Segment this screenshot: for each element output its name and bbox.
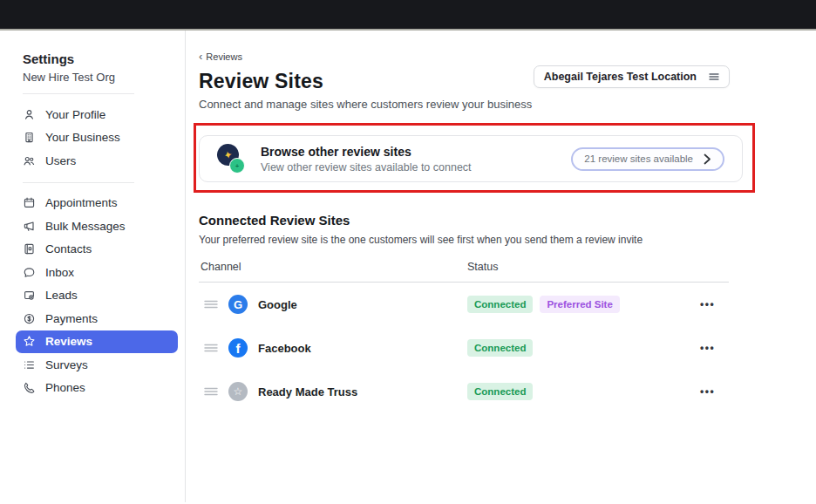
table-header: Channel Status	[199, 261, 729, 283]
sidebar-item-leads[interactable]: Leads	[16, 284, 178, 308]
connected-badge: Connected	[467, 339, 533, 357]
ready-made-truss-icon: ☆	[228, 382, 248, 401]
breadcrumb[interactable]: ‹ Reviews	[199, 50, 816, 63]
location-button-label: Abegail Tejares Test Location	[544, 71, 697, 83]
sidebar-item-label: Phones	[45, 381, 85, 394]
chevron-left-icon: ‹	[199, 50, 202, 63]
connected-sites-title: Connected Review Sites	[199, 213, 816, 228]
green-count-badge-icon: +	[229, 158, 245, 174]
sidebar-title: Settings	[23, 51, 178, 66]
dollar-circle-icon	[23, 312, 36, 325]
row-options-menu-icon[interactable]: •••	[700, 298, 715, 310]
sidebar-item-label: Bulk Messages	[45, 220, 126, 233]
lead-card-icon	[23, 289, 36, 302]
sidebar-item-payments[interactable]: Payments	[16, 307, 178, 330]
sidebar-item-bulk-messages[interactable]: Bulk Messages	[16, 215, 178, 238]
chevron-right-icon	[704, 153, 711, 165]
sidebar-item-label: Payments	[45, 312, 98, 325]
sidebar-divider	[23, 93, 134, 94]
sidebar-item-your-business[interactable]: Your Business	[16, 126, 178, 150]
banner-title: Browse other review sites	[261, 145, 472, 159]
sidebar-item-reviews[interactable]: Reviews	[16, 330, 178, 354]
menu-lines-icon	[709, 72, 719, 81]
sidebar-item-contacts[interactable]: Contacts	[16, 238, 178, 262]
cta-label: 21 review sites available	[584, 153, 693, 164]
user-icon	[23, 108, 36, 121]
site-name: Ready Made Truss	[258, 385, 357, 398]
review-sites-page: ‹ Reviews Review Sites Connect and manag…	[186, 31, 816, 502]
sidebar-item-surveys[interactable]: Surveys	[16, 353, 178, 377]
column-header-status: Status	[467, 261, 498, 273]
sidebar-item-label: Your Profile	[45, 108, 105, 121]
review-sites-cluster-icon: ✦ +	[217, 144, 247, 174]
top-black-bar	[0, 0, 816, 31]
connected-badge: Connected	[467, 383, 533, 400]
sidebar-item-appointments[interactable]: Appointments	[16, 192, 178, 215]
sidebar-item-users[interactable]: Users	[16, 149, 178, 173]
table-row-google: G Google Connected Preferred Site •••	[199, 283, 729, 326]
drag-handle-icon[interactable]	[204, 343, 218, 353]
google-icon: G	[228, 295, 248, 314]
drag-handle-icon[interactable]	[204, 386, 218, 397]
megaphone-icon	[23, 220, 36, 233]
table-row-ready-made-truss: ☆ Ready Made Truss Connected •••	[199, 370, 729, 413]
contact-book-icon	[23, 242, 36, 255]
connected-sites-table: Channel Status G Google Connected Prefer…	[199, 261, 729, 413]
red-annotation-box: ✦ + Browse other review sites View other…	[194, 123, 755, 193]
browse-review-sites-banner[interactable]: ✦ + Browse other review sites View other…	[199, 135, 743, 182]
drag-handle-icon[interactable]	[204, 299, 218, 310]
phone-icon	[23, 381, 36, 394]
sidebar-divider	[23, 182, 134, 183]
breadcrumb-label: Reviews	[206, 51, 242, 62]
list-icon	[23, 358, 36, 371]
banner-text: Browse other review sites View other rev…	[261, 145, 472, 174]
facebook-icon: f	[228, 338, 248, 358]
sidebar-item-label: Leads	[45, 289, 78, 302]
row-options-menu-icon[interactable]: •••	[700, 385, 715, 398]
building-icon	[23, 131, 36, 144]
chat-bubble-icon	[23, 266, 36, 279]
row-options-menu-icon[interactable]: •••	[700, 342, 715, 354]
users-icon	[23, 154, 36, 167]
status-cell: Connected	[467, 383, 533, 400]
sidebar-item-label: Reviews	[45, 335, 92, 348]
star-icon	[23, 335, 36, 348]
sidebar-item-phones[interactable]: Phones	[16, 377, 178, 400]
column-header-channel: Channel	[201, 261, 241, 273]
table-row-facebook: f Facebook Connected •••	[199, 326, 729, 370]
sidebar-item-label: Appointments	[45, 196, 118, 209]
page-subtitle: Connect and manage sites where customers…	[199, 98, 816, 111]
site-name: Facebook	[258, 342, 311, 355]
sidebar-item-label: Inbox	[45, 266, 74, 279]
review-sites-available-button[interactable]: 21 review sites available	[571, 147, 724, 171]
connected-badge: Connected	[467, 296, 533, 313]
sidebar-item-label: Users	[45, 154, 76, 167]
org-name: New Hire Test Org	[23, 71, 178, 84]
sidebar-item-your-profile[interactable]: Your Profile	[16, 103, 178, 126]
sidebar-item-inbox[interactable]: Inbox	[16, 261, 178, 284]
calendar-icon	[23, 196, 36, 209]
preferred-site-badge: Preferred Site	[540, 296, 619, 313]
connected-sites-subtitle: Your preferred review site is the one cu…	[199, 234, 816, 246]
site-name: Google	[258, 298, 297, 311]
status-cell: Connected Preferred Site	[467, 296, 620, 313]
sidebar-item-label: Contacts	[45, 242, 92, 255]
banner-subtitle: View other review sites available to con…	[261, 161, 472, 174]
settings-sidebar: Settings New Hire Test Org Your Profile …	[0, 31, 186, 502]
sidebar-item-label: Surveys	[45, 358, 88, 371]
sidebar-item-label: Your Business	[45, 131, 120, 144]
status-cell: Connected	[467, 339, 533, 357]
location-selector-button[interactable]: Abegail Tejares Test Location	[534, 65, 730, 88]
